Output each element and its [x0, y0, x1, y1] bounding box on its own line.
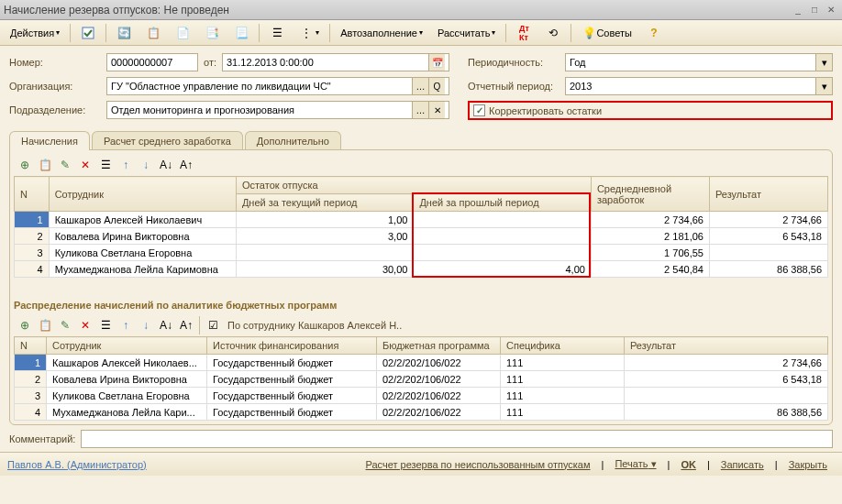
- sort-desc-button[interactable]: A↑: [177, 156, 195, 174]
- org-input[interactable]: ГУ "Областное управление по ликвидации Ч…: [106, 77, 449, 95]
- period-select[interactable]: 2013▾: [565, 77, 833, 95]
- list-icon: ☰: [270, 26, 284, 40]
- sheet-button[interactable]: 📄: [169, 23, 196, 43]
- period-label: Отчетный период:: [468, 81, 559, 92]
- settings-button[interactable]: ☰: [96, 316, 115, 334]
- periodicity-select[interactable]: Год▾: [565, 53, 833, 71]
- basis-button[interactable]: 📃: [227, 23, 255, 43]
- move-up-button[interactable]: ↑: [116, 156, 135, 174]
- sort-desc-icon: A↑: [179, 318, 194, 333]
- distribution-table[interactable]: N Сотрудник Источник финансирования Бюдж…: [14, 336, 828, 421]
- col-source: Источник финансирования: [207, 337, 377, 355]
- register-button[interactable]: 📑: [198, 23, 226, 43]
- accruals-table[interactable]: N Сотрудник Остаток отпуска Среднедневно…: [14, 176, 828, 278]
- col-days-current: Дней за текущий период: [236, 194, 414, 212]
- sheet-icon: 📄: [175, 26, 190, 40]
- sort-desc-button[interactable]: A↑: [177, 316, 195, 334]
- col-balance: Остаток отпуска: [236, 177, 591, 194]
- post-button[interactable]: [74, 23, 102, 43]
- col-employee: Сотрудник: [47, 337, 207, 355]
- section2-title: Распределение начислений по аналитике бю…: [14, 294, 828, 314]
- comment-input[interactable]: [81, 430, 833, 448]
- org-open-button[interactable]: Q: [428, 78, 445, 94]
- from-label: от:: [204, 57, 216, 68]
- date-input[interactable]: 31.12.2013 0:00:00📅: [222, 53, 449, 71]
- titlebar: Начисление резерва отпусков: Не проведен…: [0, 0, 842, 20]
- subdiv-clear-button[interactable]: ✕: [428, 102, 445, 118]
- list-button[interactable]: ☰: [263, 23, 291, 43]
- delete-row-button[interactable]: ✕: [76, 156, 94, 174]
- close-button[interactable]: ✕: [824, 4, 838, 16]
- tree-button[interactable]: ⋮▾: [293, 23, 326, 43]
- table-row[interactable]: 2Ковалева Ирина Викторовна3,002 181,066 …: [15, 228, 828, 245]
- current-user[interactable]: Павлов А.В. (Администратор): [7, 459, 147, 470]
- print-menu[interactable]: Печать ▾: [607, 456, 663, 472]
- tab-additional[interactable]: Дополнительно: [245, 131, 341, 150]
- move-down-button[interactable]: ↓: [137, 316, 155, 334]
- add-row-button[interactable]: ⊕: [16, 156, 34, 174]
- copy-icon: 📋: [146, 26, 161, 40]
- col-result: Результат: [709, 177, 827, 212]
- calculate-menu[interactable]: Рассчитать ▾: [431, 23, 502, 43]
- ok-button[interactable]: OK: [673, 457, 704, 472]
- copy-row-button[interactable]: 📋: [36, 156, 54, 174]
- copy-row-button[interactable]: 📋: [36, 316, 54, 334]
- org-select-button[interactable]: …: [412, 78, 428, 94]
- tab-average[interactable]: Расчет среднего заработка: [92, 131, 243, 150]
- sort-asc-button[interactable]: A↓: [157, 316, 175, 334]
- edit-row-button[interactable]: ✎: [56, 316, 74, 334]
- down-icon: ↓: [138, 158, 153, 172]
- maximize-button[interactable]: □: [807, 4, 822, 16]
- bulb-icon: 💡: [582, 26, 596, 40]
- subdiv-input[interactable]: Отдел мониторинга и прогнозирования…✕: [106, 101, 449, 119]
- number-label: Номер:: [9, 57, 101, 68]
- calc-unused-button[interactable]: Расчет резерва по неиспользованным отпус…: [358, 457, 597, 472]
- move-up-button[interactable]: ↑: [116, 316, 135, 334]
- table-row[interactable]: 3Куликова Светлана ЕгоровнаГосударственн…: [15, 388, 828, 404]
- autofill-menu[interactable]: Автозаполнение ▾: [334, 23, 429, 43]
- filter-button[interactable]: ☑: [204, 316, 222, 334]
- refresh-button[interactable]: 🔄: [110, 23, 138, 43]
- table-row[interactable]: 3Куликова Светлана Егоровна1 706,55: [15, 245, 828, 261]
- correct-label: Корректировать остатки: [489, 105, 602, 116]
- chevron-down-icon: ▾: [815, 78, 832, 94]
- table-row[interactable]: 1Кашкаров Алексей Николаевич1,002 734,66…: [15, 212, 828, 228]
- actions-menu[interactable]: Действия ▾: [4, 23, 66, 43]
- dtct-button[interactable]: ДтКт: [510, 23, 537, 43]
- delete-row-button[interactable]: ✕: [76, 316, 94, 334]
- table-row[interactable]: 1Кашкаров Алексей Николаев...Государстве…: [15, 355, 828, 371]
- move-down-button[interactable]: ↓: [137, 156, 155, 174]
- close-button[interactable]: Закрыть: [781, 457, 835, 472]
- calendar-button[interactable]: 📅: [428, 54, 445, 71]
- clear-button[interactable]: ⟲: [539, 23, 567, 43]
- filter-text: По сотруднику Кашкаров Алексей Н..: [224, 320, 405, 331]
- copy-button[interactable]: 📋: [139, 23, 167, 43]
- col-spec: Специфика: [501, 337, 625, 355]
- add-row-button[interactable]: ⊕: [16, 316, 34, 334]
- sort-asc-button[interactable]: A↓: [157, 156, 175, 174]
- subdiv-select-button[interactable]: …: [412, 102, 428, 118]
- edit-row-button[interactable]: ✎: [56, 156, 74, 174]
- chevron-down-icon: ▾: [815, 54, 832, 71]
- correct-checkbox[interactable]: ✓: [473, 104, 485, 116]
- tips-button[interactable]: 💡Советы: [575, 23, 637, 43]
- table-row[interactable]: 4Мухамеджанова Лейла Каримовна30,004,002…: [15, 261, 828, 278]
- col-avg: Среднедневной заработок: [591, 177, 709, 212]
- gear-icon: ☰: [98, 158, 113, 172]
- save-button[interactable]: Записать: [714, 457, 771, 472]
- register-icon: 📑: [205, 26, 219, 40]
- svg-rect-0: [83, 27, 94, 38]
- main-toolbar: Действия ▾ 🔄 📋 📄 📑 📃 ☰ ⋮▾ Автозаполнение…: [0, 20, 842, 46]
- down-icon: ↓: [138, 318, 153, 333]
- minimize-button[interactable]: _: [791, 4, 805, 16]
- dtct-icon: ДтКт: [516, 26, 531, 40]
- help-button[interactable]: ?: [640, 23, 668, 43]
- table-row[interactable]: 4Мухамеджанова Лейла Кари...Государствен…: [15, 404, 828, 421]
- table-row[interactable]: 2Ковалева Ирина ВикторовнаГосударственны…: [15, 371, 828, 388]
- post-icon: [81, 26, 95, 40]
- number-input[interactable]: 00000000007: [106, 53, 198, 71]
- settings-button[interactable]: ☰: [96, 156, 115, 174]
- clear-icon: ⟲: [546, 26, 560, 40]
- up-icon: ↑: [118, 318, 133, 333]
- tab-accruals[interactable]: Начисления: [9, 131, 90, 150]
